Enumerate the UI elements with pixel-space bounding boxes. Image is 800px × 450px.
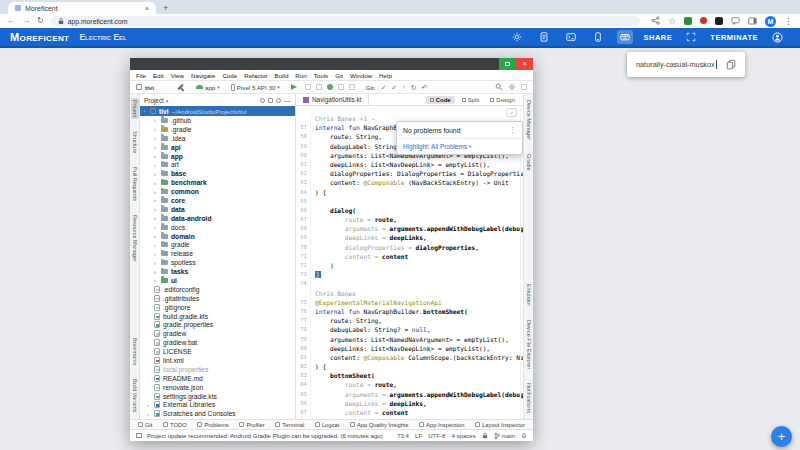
tool-tab-device-file-explorer[interactable]: Device File Explorer [525, 318, 533, 371]
forward-button[interactable]: → [22, 17, 30, 25]
menu-icon[interactable]: ⋮ [784, 17, 793, 26]
tree-item-api[interactable]: ›api [140, 143, 295, 152]
tree-item-gradlew-bat[interactable]: gradlew.bat [140, 338, 295, 347]
share-icon[interactable] [651, 16, 660, 26]
toolwindow-toggle-icon[interactable] [136, 433, 142, 438]
menu-window[interactable]: Window [350, 72, 372, 79]
toolwindow-logcat[interactable]: Logcat [315, 422, 339, 428]
menu-run[interactable]: Run [295, 72, 306, 79]
chat-icon[interactable] [731, 17, 740, 26]
file-icon[interactable] [536, 30, 552, 44]
menu-git[interactable]: Git [335, 72, 343, 79]
read-lock-icon[interactable] [482, 432, 488, 440]
menu-edit[interactable]: Edit [153, 72, 164, 79]
tree-item-external-libraries[interactable]: ›External Libraries [140, 401, 295, 410]
indent-style[interactable]: 4 spaces [451, 432, 475, 439]
search-everywhere-icon[interactable] [495, 83, 503, 92]
tree-item-spotless[interactable]: ›spotless [140, 258, 295, 267]
settings-icon[interactable] [509, 30, 525, 44]
toolwindow-git[interactable]: Git [138, 422, 152, 428]
layout-toggle-icon[interactable] [521, 84, 527, 90]
code-area[interactable]: Chris Banes +1 ~57internal fun NavGraphB… [296, 106, 523, 419]
tree-item-settings-gradle-kts[interactable]: settings.gradle.kts [140, 392, 295, 401]
tree-item-app[interactable]: ›app [140, 152, 295, 161]
debug-icon[interactable] [327, 84, 333, 90]
tree-item-lint-xml[interactable]: lint.xml [140, 356, 295, 365]
menu-code[interactable]: Code [222, 72, 237, 79]
record-extension-icon[interactable] [700, 17, 707, 25]
toolwindow-todo[interactable]: TODO [163, 422, 187, 428]
view-mode-design[interactable]: Design [486, 96, 519, 104]
ide-titlebar[interactable]: × [130, 58, 533, 70]
browser-tab[interactable]: Moreficent × [8, 2, 156, 14]
tree-item-readme-md[interactable]: README.md [140, 374, 295, 383]
tree-item--editorconfig[interactable]: .editorconfig [140, 285, 295, 294]
menu-refactor[interactable]: Refactor [244, 72, 267, 79]
git-rollback-icon[interactable]: ↶ [422, 84, 428, 91]
account-icon[interactable] [769, 30, 786, 45]
password-extension-icon[interactable] [684, 17, 692, 26]
caret-position[interactable]: 73:4 [397, 432, 409, 439]
fab-button[interactable]: + [771, 426, 792, 447]
tree-item-build-gradle-kts[interactable]: build.gradle.kts [140, 312, 295, 321]
tree-item-renovate-json[interactable]: renovate.json [140, 383, 295, 392]
tree-item-art[interactable]: ›art [140, 160, 295, 169]
stop-icon[interactable] [349, 84, 355, 90]
git-branch-widget[interactable]: main [494, 432, 515, 440]
collapse-all-icon[interactable] [268, 98, 273, 103]
tree-item--github[interactable]: ›.github [140, 116, 295, 125]
inspections-widget[interactable]: ✓ [506, 108, 517, 117]
tree-item-gradlew[interactable]: gradlew [140, 329, 295, 338]
toolwindow-problems[interactable]: Problems [197, 422, 228, 428]
locate-file-icon[interactable] [260, 98, 265, 103]
tool-tab-structure[interactable]: Structure [131, 129, 139, 155]
tree-item--gradle[interactable]: ›.gradle [140, 125, 295, 134]
tree-item-gradle-properties[interactable]: gradle.properties [140, 320, 295, 329]
run-button[interactable] [291, 84, 297, 90]
panel-settings-icon[interactable] [276, 98, 281, 103]
tool-tab-pull-requests[interactable]: Pull Requests [131, 165, 139, 203]
run-config-dropdown[interactable]: app▾ [196, 84, 220, 91]
smartphone-icon[interactable] [590, 30, 606, 44]
git-history-icon[interactable]: ↻ [411, 84, 417, 91]
tree-item-core[interactable]: ›core [140, 196, 295, 205]
fullscreen-icon[interactable] [683, 30, 699, 44]
tree-item-common[interactable]: ›common [140, 187, 295, 196]
device-dropdown[interactable]: Pixel 5 API 30▾ [231, 84, 280, 91]
toolwindow-terminal[interactable]: Terminal [275, 422, 304, 428]
apply-changes-icon[interactable] [305, 84, 311, 90]
hide-panel-icon[interactable]: — [284, 97, 291, 104]
tree-item-data[interactable]: ›data [140, 205, 295, 214]
side-panel-icon[interactable] [748, 17, 757, 26]
tree-item--gitattributes[interactable]: .gitattributes [140, 294, 295, 303]
share-button[interactable]: SHARE [644, 33, 673, 42]
tree-item-ui[interactable]: ›ui [140, 276, 295, 285]
tab-close-icon[interactable]: × [145, 5, 149, 12]
project-selector[interactable]: tivi [136, 84, 154, 91]
profile-avatar[interactable]: M [765, 16, 776, 27]
terminate-button[interactable]: TERMINATE [710, 33, 758, 42]
menu-file[interactable]: File [136, 72, 146, 79]
tree-item-base[interactable]: ›base [140, 169, 295, 178]
tool-tab-bookmarks[interactable]: Bookmarks [131, 336, 139, 368]
close-button[interactable]: × [516, 58, 533, 70]
tree-item-benchmark[interactable]: ›benchmark [140, 178, 295, 187]
tool-tab-project[interactable]: Project [131, 98, 139, 119]
copy-icon[interactable] [726, 59, 736, 70]
profiler-icon[interactable] [338, 84, 344, 90]
tree-item-data-android[interactable]: ›data-android [140, 214, 295, 223]
view-mode-code[interactable]: Code [426, 96, 455, 104]
git-push-icon[interactable]: ↑ [402, 84, 406, 91]
highlight-level-link[interactable]: Highlight: All Problems▾ [397, 138, 522, 154]
maximize-button[interactable] [499, 58, 516, 70]
file-encoding[interactable]: UTF-8 [428, 432, 445, 439]
git-commit-icon[interactable]: ✓ [391, 84, 397, 91]
status-message[interactable]: Project update recommended: Android Grad… [147, 432, 383, 439]
menu-navigate[interactable]: Navigate [191, 72, 215, 79]
editor-tab[interactable]: NavigationUtils.kt [296, 94, 369, 105]
tool-tab-emulator[interactable]: Emulator [525, 282, 533, 308]
menu-view[interactable]: View [171, 72, 184, 79]
tree-item-domain[interactable]: ›domain [140, 232, 295, 241]
git-update-icon[interactable]: ✓ [380, 84, 386, 91]
view-mode-split[interactable]: Split [458, 96, 484, 104]
